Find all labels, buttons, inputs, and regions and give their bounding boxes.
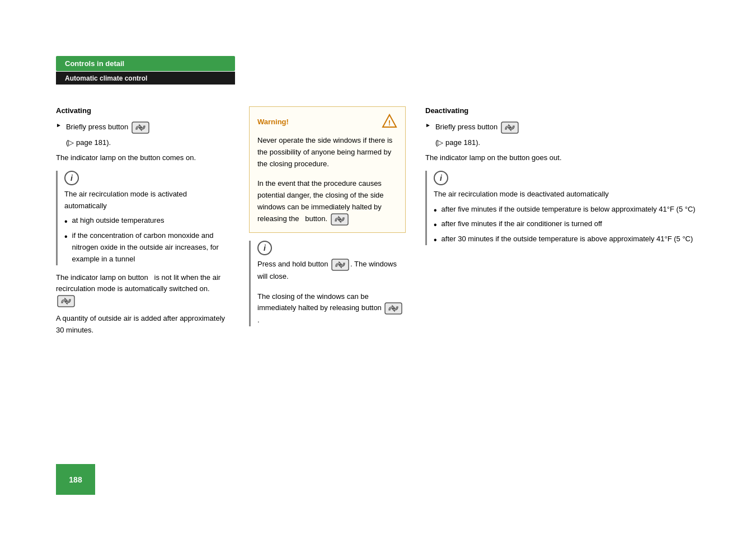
activating-bullet-2: • if the concentration of carbon monoxid… [64, 230, 229, 265]
deact-brief-press-label: Briefly press button [435, 123, 497, 131]
recirculation-button-icon [132, 121, 149, 134]
warning-title: Warning! [257, 118, 289, 126]
deactivating-brief-press-text: Briefly press button [435, 121, 520, 134]
warning-box: Warning! ! Never operate the side window… [249, 106, 406, 233]
warning-text-2-label: In the event that the procedure causes p… [257, 179, 384, 223]
activating-quantity-text: A quantity of outside air is added after… [56, 313, 229, 336]
deact-bullet-dot-3: • [434, 236, 437, 245]
header-black-bar: Automatic climate control [56, 72, 235, 85]
svg-rect-4 [331, 214, 348, 225]
warning-info-press: Press and hold button . The windows will… [257, 259, 406, 283]
warning-text-1: Never operate the side windows if there … [257, 135, 397, 170]
recirculation-button-icon-5 [384, 302, 402, 315]
svg-rect-1 [58, 296, 74, 307]
svg-rect-7 [501, 122, 518, 133]
deact-bullet-3-text: after 30 minutes if the outside temperat… [442, 233, 693, 245]
warning-info-closing: The closing of the windows can be immedi… [257, 291, 406, 327]
header-title: Controls in detail [65, 59, 124, 68]
activating-brief-press-text: Briefly press button [66, 121, 151, 134]
activating-info-body: The air recirculation mode is activated … [64, 189, 229, 212]
warning-triangle-icon: ! [382, 114, 397, 129]
warning-header: Warning! ! [257, 114, 397, 129]
deactivating-bullet-2: • after five minutes if the air conditio… [434, 218, 717, 230]
bullet-arrow-icon-deact: ► [425, 122, 431, 128]
page-number: 188 [56, 464, 95, 495]
header-section: Controls in detail Automatic climate con… [56, 56, 235, 85]
header-subtitle: Automatic climate control [65, 74, 147, 82]
deactivating-bullet-1: • after five minutes if the outside temp… [434, 204, 717, 216]
deact-bullet-dot-1: • [434, 206, 437, 215]
deactivating-brief-press-item: ► Briefly press button [425, 121, 717, 134]
deactivating-info-box: i The air recirculation mode is deactiva… [425, 171, 717, 245]
bullet-arrow-icon: ► [56, 122, 62, 128]
activating-bullet-1-text: at high outside temperatures [72, 215, 165, 227]
svg-rect-0 [132, 122, 149, 133]
info-icon-3: i [434, 171, 448, 185]
deactivating-indicator-off: The indicator lamp on the button goes ou… [425, 152, 717, 164]
activating-indicator-on: The indicator lamp on the button comes o… [56, 152, 229, 164]
brief-press-label: Briefly press button [66, 123, 128, 131]
not-lit-label: The indicator lamp on button is not lit … [56, 273, 220, 293]
deact-bullet-dot-2: • [434, 221, 437, 229]
content-area: Activating ► Briefly press button (▷ pag… [56, 106, 717, 342]
deactivating-bullet-3: • after 30 minutes if the outside temper… [434, 233, 717, 245]
deactivating-title: Deactivating [425, 106, 717, 115]
warning-info-box: i Press and hold button . The windows wi… [249, 241, 406, 326]
bullet-dot-1: • [64, 217, 68, 226]
activating-info-box: i The air recirculation mode is activate… [56, 171, 229, 265]
activating-page-ref: (▷ page 181). [66, 138, 229, 147]
activating-section: Activating ► Briefly press button (▷ pag… [56, 106, 241, 342]
recirculation-button-icon-4 [331, 259, 349, 271]
svg-rect-6 [385, 303, 402, 314]
recirculation-button-icon-6 [501, 121, 519, 134]
page-container: Controls in detail Automatic climate con… [0, 0, 756, 534]
bullet-dot-2: • [64, 232, 68, 241]
deactivating-page-ref: (▷ page 181). [435, 138, 717, 147]
deact-bullet-1-text: after five minutes if the outside temper… [442, 204, 696, 216]
activating-not-lit-text: The indicator lamp on button is not lit … [56, 272, 229, 308]
activating-bullet-2-text: if the concentration of carbon monoxide … [72, 230, 229, 265]
deactivating-section: Deactivating ► Briefly press button (▷ p… [414, 106, 717, 342]
info-icon-2: i [257, 241, 272, 255]
activating-bullet-1: • at high outside temperatures [64, 215, 229, 227]
svg-text:!: ! [388, 119, 391, 127]
activating-brief-press-item: ► Briefly press button [56, 121, 229, 134]
svg-rect-5 [332, 259, 349, 270]
deact-bullet-2-text: after five minutes if the air conditione… [442, 218, 602, 230]
deactivating-info-body: The air recirculation mode is deactivate… [434, 189, 717, 200]
warning-section: Warning! ! Never operate the side window… [241, 106, 414, 342]
activating-title: Activating [56, 106, 229, 115]
recirculation-button-icon-2 [57, 295, 75, 307]
warning-text-2: In the event that the procedure causes p… [257, 178, 397, 225]
info-icon: i [64, 171, 79, 185]
header-green-bar: Controls in detail [56, 56, 235, 71]
recirculation-button-icon-3 [331, 213, 349, 226]
